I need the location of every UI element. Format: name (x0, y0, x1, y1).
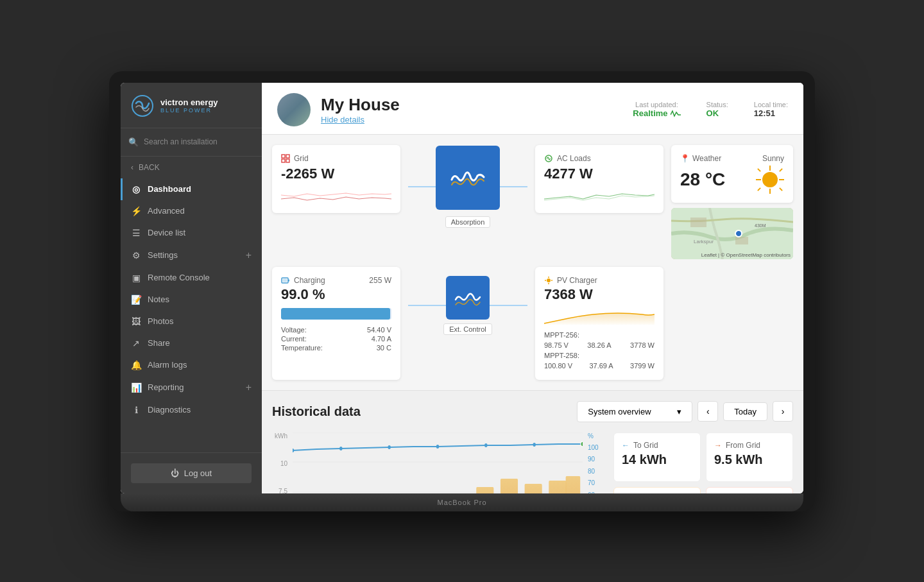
pv-inverter-box (446, 276, 490, 320)
svg-rect-26 (525, 484, 542, 493)
svg-point-33 (484, 443, 488, 447)
grid-card-title: Grid (281, 154, 391, 163)
pv-charger-card: PV Charger 7368 W (535, 267, 663, 380)
svg-text:Larkspur: Larkspur (694, 239, 714, 244)
prev-period-button[interactable]: ‹ (697, 401, 718, 422)
next-period-button[interactable]: › (773, 401, 793, 422)
svg-rect-3 (282, 159, 285, 162)
remote-console-icon: ▣ (131, 273, 141, 283)
today-button[interactable]: Today (723, 402, 767, 421)
chevron-down-icon: ▾ (677, 407, 681, 416)
sidebar-item-notes[interactable]: 📝 Notes (121, 289, 262, 311)
sidebar-item-label: Share (148, 338, 170, 348)
house-name: My House (321, 95, 622, 115)
search-placeholder: Search an installation (144, 137, 218, 146)
current-label: Current: (281, 335, 307, 343)
battery-current-row: Current: 4.70 A (281, 335, 391, 343)
battery-title: Charging (281, 276, 325, 285)
svg-rect-4 (286, 159, 289, 162)
temperature-label: Temperature: (281, 344, 323, 352)
sidebar-item-photos[interactable]: 🖼 Photos (121, 311, 262, 332)
sidebar-item-advanced[interactable]: ⚡ Advanced (121, 200, 262, 222)
grid-card: Grid -2265 W (272, 145, 400, 213)
battery-voltage-row: Voltage: 54.40 V (281, 326, 391, 334)
sidebar-item-label: Remote Console (148, 273, 210, 282)
back-label: BACK (139, 163, 160, 172)
victron-logo-icon (131, 94, 154, 117)
diagnostics-icon: ℹ (131, 405, 141, 415)
sidebar-item-label: Alarm logs (148, 360, 187, 370)
pv-inverter-area: Ext. Control (408, 267, 527, 380)
svg-rect-24 (476, 487, 493, 493)
search-area[interactable]: 🔍 Search an installation (121, 128, 262, 157)
logout-label: Log out (184, 468, 212, 478)
sidebar-nav: ◎ Dashboard ⚡ Advanced ☰ Device list ⚙ S… (121, 178, 262, 452)
mppt-256-current: 38.26 A (587, 341, 611, 349)
pv-charger-value: 7368 W (544, 286, 654, 303)
advanced-icon: ⚡ (131, 206, 141, 216)
main-header: My House Hide details Last updated: Real… (262, 83, 803, 135)
sidebar-item-settings[interactable]: ⚙ Settings + (121, 244, 262, 267)
chart-area: kWh 10 7.5 5 (272, 432, 793, 493)
sidebar-item-share[interactable]: ↗ Share (121, 332, 262, 354)
reporting-plus-icon[interactable]: + (246, 382, 252, 393)
battery-header: Charging 255 W (281, 276, 391, 285)
chart-graph-container: kWh 10 7.5 5 (272, 432, 603, 493)
mppt-256-voltage: 98.75 V (544, 341, 569, 349)
mppt-256-power: 3778 W (630, 341, 654, 349)
logout-button[interactable]: ⏻ Log out (131, 463, 252, 483)
logout-area: ⏻ Log out (121, 452, 262, 493)
dashboard-icon: ◎ (131, 184, 141, 194)
back-button[interactable]: ‹ BACK (121, 157, 262, 178)
house-avatar (277, 93, 311, 126)
pv-charger-label: PV Charger (557, 276, 597, 285)
historical-header: Historical data System overview ▾ ‹ Toda… (272, 401, 793, 422)
sidebar-item-dashboard[interactable]: ◎ Dashboard (121, 178, 262, 200)
hide-details-link[interactable]: Hide details (321, 115, 622, 124)
svg-text:430M: 430M (755, 223, 766, 228)
battery-progress-fill (281, 308, 390, 320)
back-arrow-icon: ‹ (131, 163, 133, 172)
settings-plus-icon[interactable]: + (246, 250, 252, 261)
brand-name: victron energy (160, 98, 218, 108)
svg-point-30 (339, 447, 343, 450)
svg-rect-27 (549, 481, 566, 493)
svg-point-34 (533, 443, 536, 447)
chart-svg-container (293, 432, 583, 493)
weather-card: 📍 Weather Sunny 28 °C (671, 145, 793, 203)
svg-point-35 (581, 441, 583, 447)
brand-tagline: BLUE POWER (160, 107, 218, 114)
pv-charger-icon (544, 276, 553, 285)
svg-rect-1 (282, 155, 285, 158)
local-time-label: Local time: (754, 101, 788, 108)
last-updated-meta: Last updated: Realtime (633, 101, 680, 118)
local-time-value: 12:51 (754, 108, 788, 118)
map-image: Larkspur 430M Leaflet | © OpenStreetMap … (671, 208, 793, 259)
sidebar-item-diagnostics[interactable]: ℹ Diagnostics (121, 399, 262, 421)
sun-icon-large (756, 166, 784, 194)
system-overview-dropdown[interactable]: System overview ▾ (577, 401, 692, 422)
second-row: Charging 255 W 99.0 % Voltage: 54.40 V (272, 267, 793, 380)
svg-rect-13 (283, 278, 287, 282)
to-grid-card: ← To Grid 14 kWh (613, 432, 701, 483)
sidebar-item-label: Dashboard (148, 184, 191, 194)
to-grid-arrow-icon: ← (622, 441, 629, 450)
current-value: 4.70 A (372, 335, 391, 343)
battery-card: Charging 255 W 99.0 % Voltage: 54.40 V (272, 267, 400, 380)
svg-rect-25 (501, 479, 518, 493)
notes-icon: 📝 (131, 295, 141, 305)
svg-rect-12 (288, 279, 289, 281)
sidebar-item-remote-console[interactable]: ▣ Remote Console (121, 267, 262, 289)
mppt-258-voltage: 100.80 V (544, 362, 572, 370)
absorption-badge: Absorption (445, 216, 491, 228)
sidebar-item-reporting[interactable]: 📊 Reporting + (121, 376, 262, 399)
svg-rect-7 (690, 218, 706, 227)
from-grid-label: From Grid (726, 441, 760, 450)
sidebar-item-device-list[interactable]: ☰ Device list (121, 222, 262, 244)
svg-point-14 (547, 278, 551, 282)
sidebar-item-alarm-logs[interactable]: 🔔 Alarm logs (121, 354, 262, 376)
battery-details: Voltage: 54.40 V Current: 4.70 A Tempera… (281, 326, 391, 352)
ac-loads-mini-chart (544, 186, 654, 204)
weather-section: 📍 Weather Sunny 28 °C (671, 145, 793, 259)
map-roads: Larkspur 430M (671, 208, 793, 259)
